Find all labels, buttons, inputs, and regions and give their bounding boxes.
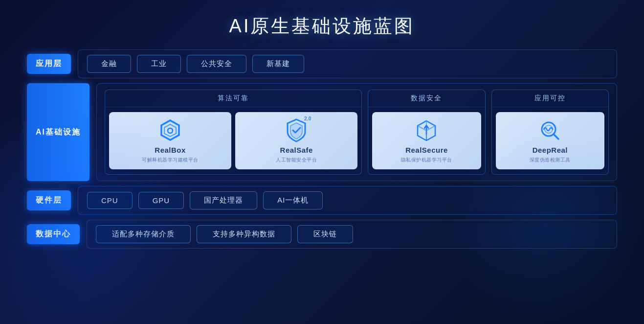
product-realsecure: RealSecure 隐私保护机器学习平台	[372, 112, 481, 169]
ai-infra-box: 算法可靠 RealBox 可	[96, 83, 617, 181]
deepreal-name: DeepReal	[533, 146, 568, 154]
category-algorithm-header: 算法可靠	[105, 90, 361, 107]
realsafe-desc: 人工智能安全平台	[276, 157, 317, 163]
ai-infra-label: AI基础设施	[27, 83, 89, 181]
app-tag-finance: 金融	[87, 55, 131, 73]
hardware-layer-row: 硬件层 CPU GPU 国产处理器 AI一体机	[27, 186, 617, 215]
datacenter-tag-blockchain: 区块链	[297, 225, 353, 243]
realbox-logo	[157, 118, 183, 143]
app-tag-security: 公共安全	[187, 55, 246, 73]
realsecure-name: RealSecure	[405, 146, 448, 154]
datacenter-layer-box: 适配多种存储介质 支持多种异构数据 区块链	[87, 220, 617, 249]
datacenter-tag-heterogeneous: 支持多种异构数据	[197, 225, 291, 243]
product-realsafe: 2.0 RealSafe 人工智能安全平台	[235, 112, 357, 169]
realsecure-desc: 隐私保护机器学习平台	[401, 157, 452, 163]
realsecure-logo	[414, 118, 439, 143]
algorithm-products: RealBox 可解释机器学习建模平台 2.0	[105, 107, 361, 174]
realsafe-version: 2.0	[304, 116, 311, 121]
application-layer-row: 应用层 金融 工业 公共安全 新基建	[27, 49, 617, 78]
product-deepreal: DeepReal 深度伪造检测工具	[496, 112, 604, 169]
app-tag-newinfra: 新基建	[252, 55, 304, 73]
category-appcontrol: 应用可控	[491, 90, 609, 175]
appcontrol-products: DeepReal 深度伪造检测工具	[492, 107, 608, 174]
hardware-tag-ai-all-in-one: AI一体机	[263, 191, 323, 209]
ai-categories: 算法可靠 RealBox 可	[105, 90, 609, 175]
realsafe-logo: 2.0	[284, 118, 309, 143]
datasecurity-products: RealSecure 隐私保护机器学习平台	[368, 107, 485, 174]
category-datasecurity-header: 数据安全	[368, 90, 485, 107]
page-title: AI原生基础设施蓝图	[0, 0, 644, 49]
svg-marker-1	[164, 124, 176, 137]
category-appcontrol-header: 应用可控	[492, 90, 608, 107]
app-tag-industry: 工业	[137, 55, 181, 73]
realsafe-name: RealSafe	[280, 146, 313, 154]
category-algorithm: 算法可靠 RealBox 可	[105, 90, 362, 175]
main-content: 应用层 金融 工业 公共安全 新基建 AI基础设施 算法可靠	[0, 49, 644, 249]
datacenter-layer-label: 数据中心	[27, 224, 80, 244]
hardware-tag-domestic: 国产处理器	[190, 191, 257, 209]
application-layer-label: 应用层	[27, 54, 71, 74]
deepreal-logo	[537, 118, 563, 143]
realbox-desc: 可解释机器学习建模平台	[142, 157, 199, 163]
svg-point-2	[168, 128, 173, 133]
hardware-layer-box: CPU GPU 国产处理器 AI一体机	[78, 186, 617, 215]
hardware-tag-cpu: CPU	[87, 192, 133, 209]
deepreal-desc: 深度伪造检测工具	[530, 157, 571, 163]
svg-point-4	[545, 125, 553, 133]
hardware-tag-gpu: GPU	[138, 192, 184, 209]
product-realbox: RealBox 可解释机器学习建模平台	[109, 112, 231, 169]
realbox-name: RealBox	[155, 146, 186, 154]
category-datasecurity: 数据安全	[368, 90, 485, 175]
hardware-layer-label: 硬件层	[27, 190, 71, 210]
svg-line-5	[554, 134, 558, 139]
application-layer-box: 金融 工业 公共安全 新基建	[78, 49, 617, 78]
datacenter-tag-storage: 适配多种存储介质	[96, 225, 191, 243]
ai-infra-row: AI基础设施 算法可靠	[27, 83, 617, 181]
datacenter-layer-row: 数据中心 适配多种存储介质 支持多种异构数据 区块链	[27, 220, 617, 249]
